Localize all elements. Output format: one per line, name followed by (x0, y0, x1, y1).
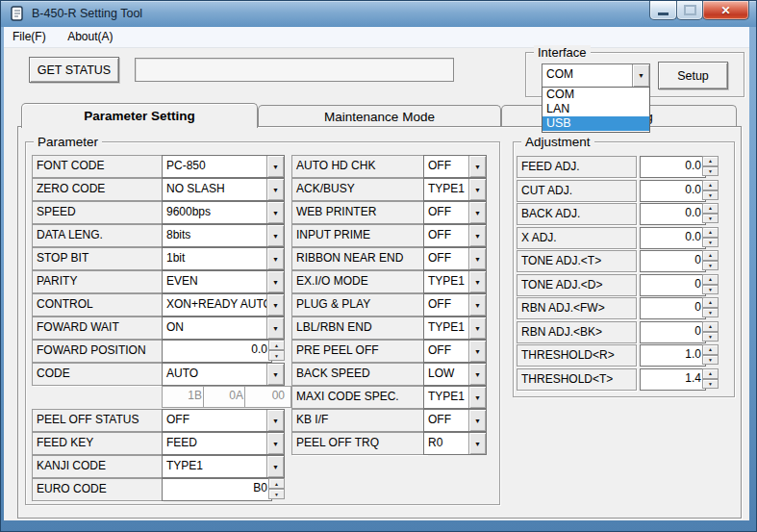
minimize-button[interactable] (649, 1, 677, 20)
spin-up-button[interactable]: ▲ (702, 274, 719, 285)
x-adj-spinner[interactable]: 0.0 (640, 227, 706, 249)
zero-code-combobox[interactable]: NO SLASH▼ (162, 178, 285, 201)
spin-up-button[interactable]: ▲ (702, 321, 719, 332)
rbn-adj-bk-label: RBN ADJ.<BK> (517, 321, 637, 343)
tone-adj-d-label: TONE ADJ.<D> (517, 274, 637, 296)
rbn-adj-fw-spinner[interactable]: 0 (640, 297, 706, 319)
kanji-code-combobox[interactable]: TYPE1▼ (162, 455, 285, 478)
spin-down-button[interactable]: ▼ (268, 489, 285, 499)
dropdown-option-usb[interactable]: USB (543, 116, 649, 131)
control-label: CONTROL (32, 293, 163, 317)
spin-down-button[interactable]: ▼ (702, 285, 719, 295)
back-adj-label: BACK ADJ. (517, 203, 637, 225)
kb-i-f-combobox[interactable]: OFF▼ (423, 409, 487, 432)
auto-hd-chk-label: AUTO HD CHK (291, 155, 427, 178)
menu-file[interactable]: File(F) (4, 27, 55, 43)
foward-position-spinner[interactable]: 0.0 (162, 340, 272, 363)
spin-up-button[interactable]: ▲ (702, 180, 719, 190)
chevron-down-icon: ▼ (468, 294, 486, 316)
spin-up-button[interactable]: ▲ (702, 203, 719, 214)
font-code-combobox[interactable]: PC-850▼ (162, 155, 285, 178)
threshold-t-spin-buttons: ▲▼ (702, 368, 719, 389)
threshold-t-spinner[interactable]: 1.4 (640, 368, 706, 391)
dropdown-option-lan[interactable]: LAN (543, 102, 649, 116)
input-prime-value: OFF (424, 225, 468, 246)
interface-combobox[interactable]: COM ▼ (542, 63, 650, 88)
maximize-icon (684, 5, 696, 15)
threshold-r-spinner[interactable]: 1.0 (640, 344, 706, 367)
code-hex-1: 0A (203, 386, 250, 408)
status-field[interactable] (135, 58, 454, 82)
spin-up-button[interactable]: ▲ (702, 344, 719, 355)
spin-down-button[interactable]: ▼ (268, 350, 285, 361)
close-button[interactable]: ✕ (702, 1, 749, 20)
maxi-code-spec-combobox[interactable]: TYPE1▼ (423, 386, 487, 409)
spin-up-button[interactable]: ▲ (268, 340, 285, 350)
code-label: CODE (32, 363, 163, 386)
code-hex-2: 00 (244, 386, 291, 408)
font-code-label: FONT CODE (32, 155, 163, 178)
peel-off-status-combobox[interactable]: OFF▼ (162, 409, 285, 432)
feed-adj-spinner[interactable]: 0.0 (640, 156, 706, 178)
feed-key-combobox[interactable]: FEED▼ (162, 432, 285, 455)
foward-position-label: FOWARD POSITION (32, 340, 163, 363)
pre-peel-off-combobox[interactable]: OFF▼ (423, 340, 487, 363)
euro-code-spinner[interactable]: B0 (162, 478, 272, 501)
feed-adj-label: FEED ADJ. (517, 156, 637, 178)
app-window: B-450-R Setting Tool ✕ File(F) About(A) … (0, 0, 757, 532)
get-status-button[interactable]: GET STATUS (29, 57, 119, 83)
peel-off-trq-combobox[interactable]: R0▼ (423, 432, 487, 455)
tab-parameter-setting[interactable]: Parameter Setting (21, 103, 258, 128)
ribbon-near-end-value: OFF (424, 248, 468, 269)
spin-down-button[interactable]: ▼ (702, 238, 719, 248)
threshold-r-spin-buttons: ▲▼ (702, 344, 719, 365)
rbn-adj-bk-spinner[interactable]: 0 (640, 321, 706, 343)
spin-down-button[interactable]: ▼ (702, 332, 719, 342)
ack-busy-combobox[interactable]: TYPE1▼ (423, 178, 487, 201)
spin-up-button[interactable]: ▲ (702, 250, 719, 261)
tab-maintenance-mode[interactable]: Maintenance Mode (258, 105, 501, 128)
menu-about[interactable]: About(A) (59, 27, 121, 43)
spin-down-button[interactable]: ▼ (702, 190, 719, 201)
stop-bit-combobox[interactable]: 1bit▼ (162, 247, 285, 270)
spin-up-button[interactable]: ▲ (702, 297, 719, 308)
zero-code-value: NO SLASH (163, 179, 266, 200)
back-speed-combobox[interactable]: LOW▼ (423, 363, 487, 386)
speed-combobox[interactable]: 9600bps▼ (162, 201, 285, 224)
tone-adj-d-spinner[interactable]: 0 (640, 274, 706, 296)
tone-adj-t-spinner[interactable]: 0 (640, 250, 706, 272)
spin-up-button[interactable]: ▲ (702, 368, 719, 379)
foward-wait-combobox[interactable]: ON▼ (162, 317, 285, 340)
chevron-down-icon: ▼ (266, 317, 284, 339)
data-leng-combobox[interactable]: 8bits▼ (162, 224, 285, 247)
plug-play-combobox[interactable]: OFF▼ (423, 293, 487, 317)
auto-hd-chk-value: OFF (424, 156, 468, 177)
spin-down-button[interactable]: ▼ (702, 214, 719, 224)
spin-up-button[interactable]: ▲ (268, 478, 285, 489)
spin-up-button[interactable]: ▲ (702, 156, 719, 166)
input-prime-combobox[interactable]: OFF▼ (423, 224, 487, 247)
auto-hd-chk-combobox[interactable]: OFF▼ (423, 155, 487, 178)
chevron-down-icon: ▼ (468, 271, 486, 292)
dropdown-option-com[interactable]: COM (543, 88, 649, 102)
spin-down-button[interactable]: ▼ (702, 308, 719, 318)
spin-down-button[interactable]: ▼ (702, 261, 719, 271)
threshold-r-label: THRESHOLD<R> (517, 344, 637, 367)
ribbon-near-end-combobox[interactable]: OFF▼ (423, 247, 487, 270)
app-icon (10, 6, 26, 22)
chevron-down-icon: ▼ (266, 248, 284, 269)
spin-down-button[interactable]: ▼ (702, 166, 719, 177)
ex-i-o-mode-combobox[interactable]: TYPE1▼ (423, 270, 487, 293)
lbl-rbn-end-combobox[interactable]: TYPE1▼ (423, 317, 487, 340)
spin-up-button[interactable]: ▲ (702, 227, 719, 238)
control-combobox[interactable]: XON+READY AUTO▼ (162, 293, 285, 317)
back-adj-spinner[interactable]: 0.0 (640, 203, 706, 225)
setup-button[interactable]: Setup (658, 62, 728, 89)
titlebar[interactable]: B-450-R Setting Tool ✕ (1, 1, 756, 27)
spin-down-button[interactable]: ▼ (702, 379, 719, 390)
parity-combobox[interactable]: EVEN▼ (162, 270, 285, 293)
spin-down-button[interactable]: ▼ (702, 355, 719, 366)
web-printer-combobox[interactable]: OFF▼ (423, 201, 487, 224)
code-combobox[interactable]: AUTO▼ (162, 363, 285, 386)
cut-adj-spinner[interactable]: 0.0 (640, 180, 706, 202)
